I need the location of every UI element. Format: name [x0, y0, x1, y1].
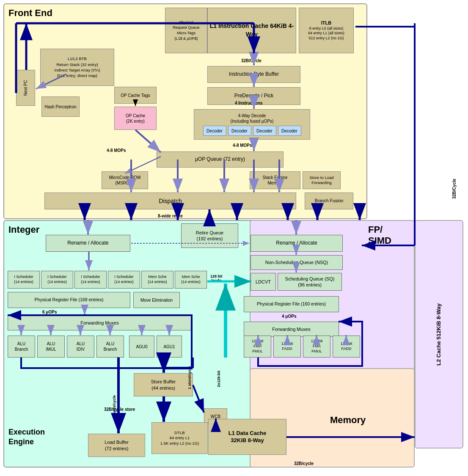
phys-reg-file-fp-box: Physical Register File (160 entries) — [244, 296, 339, 312]
store-to-load-fwd-box: Store to LoadForwarding — [303, 171, 341, 189]
section-l2cache: L2 Cache 512KiB 8-Way — [415, 220, 463, 448]
one-store-cycle-label: 1 store/cycle — [187, 351, 192, 389]
six-uops-label: 6 μOPs — [42, 310, 57, 314]
32b-cycle-bottom: 32B/cycle — [294, 461, 314, 466]
next-pc-label: Next PC — [23, 80, 28, 96]
rename-allocate-int-box: Rename / Allocate — [46, 235, 130, 252]
ischeduler-4-box: I Scheduler(14 entries) — [108, 271, 140, 289]
store-buffer-box: Store Buffer(44 entries) — [134, 373, 193, 396]
32b-cycle-top: 32B/Cycle — [241, 58, 262, 63]
mem-sche-2-box: Mem Sche(14 entries) — [175, 271, 207, 289]
l1-data-cache-box: L1 Data Cache32KiB 8-Way — [208, 419, 286, 455]
decoder-4: Decoder — [278, 126, 301, 136]
fma-fmul-1-box: 128-bitFMAFMUL — [244, 336, 271, 358]
alu-imul-box: ALUIMUL — [37, 336, 65, 358]
execution-engine-label: ExecutionEngine — [8, 427, 45, 447]
eight-wide-retire-label: 8-wide retire — [158, 214, 183, 218]
fma-fmul-2-box: 128-bitFMAFMUL — [303, 336, 330, 358]
msrom-box: MicroCode ROM(MSROM) — [102, 171, 148, 189]
four-eight-mops-label-1: 4-8 MOPs — [107, 148, 126, 153]
fadd-2-box: 128-bitFADD — [333, 336, 360, 358]
l2cache-label: L2 Cache 512KiB 8-Way — [435, 303, 443, 366]
btb-box: L1/L2 BTBReturn Stack (32 entry)Indirect… — [40, 49, 114, 86]
l1-instruction-cache: L1 Instruction Cache 64KiB 4-Way — [207, 8, 296, 53]
decoder-2: Decoder — [228, 126, 251, 136]
rename-allocate-fp-box: Rename / Allocate — [251, 235, 343, 252]
dtlb-box: DTLB64 entry L11.5K entry L2 (no 1G) — [151, 422, 208, 454]
retire-queue-box: Retire Queue(192 entries) — [181, 223, 238, 248]
agu1-box: AGU1 — [157, 336, 182, 358]
decoder-3: Decoder — [253, 126, 276, 136]
memory-label: Memory — [330, 415, 366, 426]
itlb-box: ITLB 8 entry L0 (all sizes)64 entry L1 (… — [299, 8, 354, 53]
32b-cycle-store: 32B/cycle store — [104, 407, 135, 412]
agu0-box: AGU0 — [129, 336, 154, 358]
ischeduler-3-box: I Scheduler(14 entries) — [74, 271, 107, 289]
ldcvt-box: LDCVT — [251, 273, 276, 291]
frontend-label: Front End — [8, 8, 52, 19]
four-eight-mops-label-2: 4-8 MOPs — [233, 143, 252, 148]
2x128bit-label: 2x128-bit — [217, 349, 221, 387]
nsq-box: Non-Scheduling Queue (NSQ) — [251, 255, 343, 270]
alu-branch-2-box: ALUBranch — [96, 336, 124, 358]
branch-fusion-box: Branch Fusion — [305, 193, 353, 209]
dispatch-box: Dispatch — [44, 193, 296, 209]
uop-queue-box: μOP Queue (72 entry) — [157, 151, 284, 168]
op-cache-tags-box: OP Cache Tags — [114, 87, 157, 104]
mem-sche-1-box: Mem Sche(14 entries) — [141, 271, 173, 289]
integer-label: Integer — [8, 224, 39, 235]
instruction-byte-buffer: Instruction Byte Buffer — [207, 66, 300, 83]
fpsimd-label: FP/SIMD — [368, 224, 391, 247]
decoder-row: Decoder Decoder Decoder Decoder — [203, 126, 301, 136]
load-buffer-box: Load Buffer(72 entries) — [88, 434, 145, 457]
move-elimination-box: Move Elimination — [133, 292, 180, 308]
four-way-decode-box: 4-Way Decode(Including fused μOPs) Decod… — [194, 109, 310, 140]
decoder-1: Decoder — [203, 126, 226, 136]
op-cache-box: OP Cache(2K entry) — [114, 107, 157, 130]
hash-perceptron-box: Hash Perceptron — [41, 96, 80, 117]
itlb-label: ITLB — [321, 20, 331, 26]
128bit-loads-label: 128 bitloads — [210, 274, 223, 283]
sq-box: Scheduling Queue (SQ)(96 entries) — [278, 273, 342, 291]
alu-branch-1-box: ALUBranch — [8, 336, 35, 358]
two-loads-cycle-label: 2 loads/cycle — [112, 372, 116, 419]
alu-idiv-box: ALUIDIV — [67, 336, 94, 358]
fwd-mux-int-box: Forwarding Muxes — [8, 315, 192, 330]
phys-reg-file-int-box: Physical Register File (168 entries) — [8, 292, 130, 308]
ischeduler-2-box: I Scheduler(14 entries) — [41, 271, 73, 289]
32b-cycle-right: 32B/Cycle — [452, 114, 457, 199]
four-uops-label: 4 μOPs — [282, 314, 296, 319]
four-instructions-label: 4 Instructions — [235, 101, 263, 105]
ischeduler-1-box: I Scheduler(14 entries) — [8, 271, 40, 289]
next-pc-box: Next PC — [16, 70, 35, 106]
fwd-mux-fp-box: Forwarding Muxes — [244, 322, 339, 337]
fadd-1-box: 128-bitFADD — [273, 336, 301, 358]
phys-req-queue-box: PhysicalRequest QueueMicro-Tags(L1$ & μO… — [165, 8, 207, 53]
stack-engine-box: Stack EngineMemfile — [250, 171, 300, 189]
diagram-container: L2 Cache 512KiB 8-Way Front End Integer … — [0, 0, 468, 476]
